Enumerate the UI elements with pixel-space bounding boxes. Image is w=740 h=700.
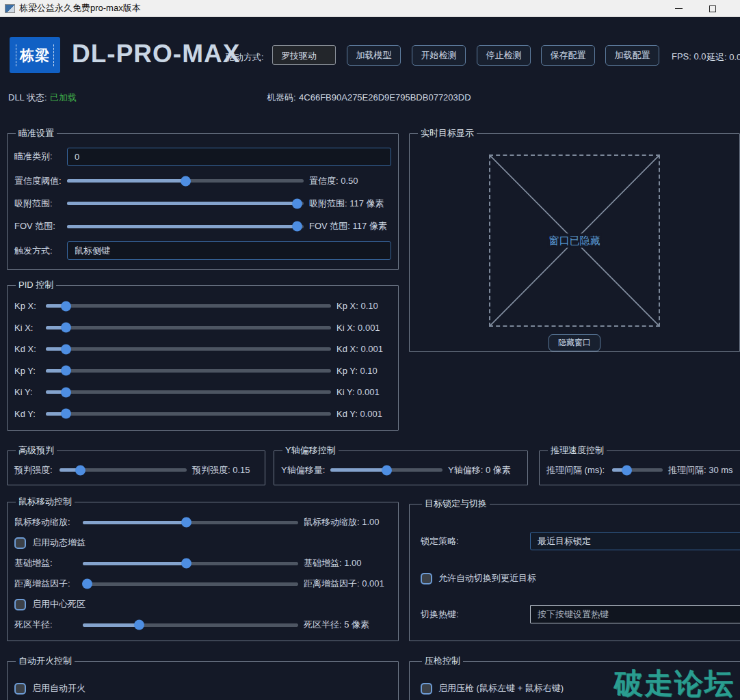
panel-realtime-title: 实时目标显示 [418,127,477,139]
base-gain-row: 基础增益: 基础增益: 1.00 [14,556,391,571]
load-model-button[interactable]: 加载模型 [347,45,401,66]
trigger-mode-select[interactable]: 鼠标侧键 [67,241,391,260]
forum-watermark: 破走论坛 [614,664,735,700]
slider-thumb[interactable] [82,579,92,589]
center-deadzone-checkbox[interactable] [14,599,26,610]
lock-strategy-label: 锁定策略: [421,535,530,548]
slider-thumb[interactable] [292,221,302,232]
distance-gain-row: 距离增益因子: 距离增益因子: 0.001 [14,576,391,591]
inference-interval-slider[interactable] [612,465,663,476]
yaxis-offset-slider[interactable] [330,465,442,476]
slider-thumb[interactable] [134,620,144,630]
kd-x-label: Kd X: [14,344,46,354]
center-deadzone-checkbox-row[interactable]: 启用中心死区 [14,597,391,612]
stop-detect-button[interactable]: 停止检测 [477,45,531,66]
inference-interval-row: 推理间隔 (ms): 推理间隔: 30 ms [546,463,740,478]
slider-thumb[interactable] [292,198,302,208]
ki-x-slider[interactable] [46,322,331,333]
confidence-slider[interactable] [67,176,304,187]
deadzone-radius-slider[interactable] [83,619,298,630]
panel-target-lock: 目标锁定与切换 锁定策略: 最近目标锁定 允许自动切换到更近目标 切换热键: [409,498,740,641]
panel-pid-control: PID 控制 Kp X: Kp X: 0.10 Ki X: Ki X: 0.00… [7,279,399,431]
snap-range-slider[interactable] [67,198,304,209]
snap-range-row: 吸附范围: 吸附范围: 117 像素 [14,196,391,211]
slider-thumb[interactable] [181,517,191,528]
fov-range-slider[interactable] [67,221,304,232]
switch-hotkey-input[interactable] [530,605,740,623]
kd-x-slider[interactable] [46,344,331,355]
auto-fire-checkbox[interactable] [14,683,26,695]
aim-class-input[interactable] [67,148,391,166]
save-config-button[interactable]: 保存配置 [541,45,595,66]
panel-predict-title: 高级预判 [16,444,57,457]
predict-strength-value: 预判强度: 0.15 [187,464,258,476]
slider-thumb[interactable] [61,366,71,376]
fps-value: FPS: 0.0 [672,51,706,62]
dynamic-gain-checkbox-row[interactable]: 启用动态增益 [14,535,391,550]
confidence-row: 置信度阈值: 置信度: 0.50 [14,174,391,189]
slider-thumb[interactable] [382,465,392,475]
panel-inference-speed: 推理速度控制 推理间隔 (ms): 推理间隔: 30 ms [539,444,740,485]
hide-window-button[interactable]: 隐藏窗口 [549,334,600,351]
switch-hotkey-label: 切换热键: [421,608,530,621]
logo-text: 栋梁 [16,44,54,66]
minimize-icon [675,8,683,9]
panel-fire-title: 自动开火控制 [16,655,75,667]
start-detect-button[interactable]: 开始检测 [412,45,466,66]
machine-code: 机器码: 4C66FB90A275E26D9E795BDB077203DD [267,91,471,104]
distance-gain-slider[interactable] [83,578,298,589]
lock-strategy-select[interactable]: 最近目标锁定 [530,532,740,550]
auto-switch-checkbox-row[interactable]: 允许自动切换到更近目标 [421,571,740,586]
auto-fire-label: 启用自动开火 [32,682,85,695]
slider-thumb[interactable] [61,344,71,354]
base-gain-slider[interactable] [83,558,298,569]
kp-x-label: Kp X: [14,301,46,311]
ki-y-slider[interactable] [46,387,331,398]
slider-thumb[interactable] [622,465,632,475]
aim-class-row: 瞄准类别: [14,148,391,166]
predict-strength-row: 预判强度: 预判强度: 0.15 [14,463,258,478]
dynamic-gain-checkbox[interactable] [14,537,26,549]
kp-y-value: Kp Y: 0.10 [331,366,391,376]
kp-y-slider[interactable] [46,365,331,376]
kp-y-row: Kp Y: Kp Y: 0.10 [14,363,391,378]
app-logo: 栋梁 [10,37,60,73]
driver-mode-select[interactable]: 罗技驱动 [272,45,336,65]
panel-pid-title: PID 控制 [16,279,56,291]
fov-range-row: FOV 范围: FOV 范围: 117 像素 [14,219,391,234]
slider-thumb[interactable] [181,558,191,569]
slider-thumb[interactable] [61,323,71,333]
dynamic-gain-label: 启用动态增益 [32,537,85,549]
machine-code-label: 机器码: [267,92,296,103]
kp-x-slider[interactable] [46,301,331,312]
window-title: 栋梁公益永久免费pro-max版本 [19,2,141,14]
recoil-checkbox[interactable] [421,683,432,695]
confidence-label: 置信度阈值: [14,175,67,187]
panel-aim-settings: 瞄准设置 瞄准类别: 置信度阈值: 置信度: 0.50 吸附范围: 吸附范围: … [7,127,399,270]
load-config-button[interactable]: 加载配置 [605,45,659,66]
deadzone-radius-value: 死区半径: 5 像素 [298,619,391,631]
slider-thumb[interactable] [181,176,191,186]
trigger-mode-label: 触发方式: [14,245,67,257]
mouse-scale-row: 鼠标移动缩放: 鼠标移动缩放: 1.00 [14,515,391,530]
snap-range-label: 吸附范围: [14,198,67,210]
app-icon [5,4,15,13]
auto-switch-label: 允许自动切换到更近目标 [438,572,536,584]
panel-mouse-title: 鼠标移动控制 [16,496,75,508]
minimize-button[interactable] [665,0,692,17]
auto-fire-checkbox-row[interactable]: 启用自动开火 [14,681,391,696]
slider-thumb[interactable] [61,301,71,311]
mouse-scale-slider[interactable] [83,517,298,528]
maximize-button[interactable] [699,0,726,17]
slider-thumb[interactable] [61,387,71,397]
kd-y-slider[interactable] [46,408,331,419]
predict-strength-slider[interactable] [60,465,187,476]
panel-speed-title: 推理速度控制 [548,444,607,457]
kp-x-value: Kp X: 0.10 [331,301,391,311]
slider-thumb[interactable] [75,465,85,475]
yaxis-offset-row: Y轴偏移量: Y轴偏移: 0 像素 [281,463,520,478]
auto-switch-checkbox[interactable] [421,573,432,584]
slider-thumb[interactable] [61,409,71,419]
deadzone-radius-label: 死区半径: [14,619,83,631]
latency-value: 延迟: 0.0 [706,51,740,64]
